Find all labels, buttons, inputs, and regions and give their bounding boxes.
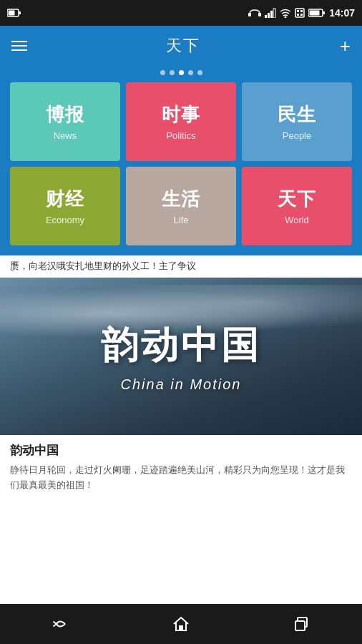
wifi-icon bbox=[280, 8, 291, 18]
home-icon bbox=[172, 615, 190, 633]
svg-rect-14 bbox=[300, 14, 303, 16]
news-description: 静待日月轮回，走过灯火阑珊，足迹踏遍绝美山河，精彩只为向您呈现！这才是我们最真最… bbox=[10, 463, 352, 493]
svg-rect-2 bbox=[9, 11, 15, 16]
category-section: 博报 News 时事 Politics 民生 People 财经 Economy… bbox=[0, 66, 362, 255]
svg-rect-18 bbox=[179, 625, 183, 630]
home-button[interactable] bbox=[163, 606, 199, 642]
news-text-block: 韵动中国 静待日月轮回，走过灯火阑珊，足迹踏遍绝美山河，精彩只为向您呈现！这才是… bbox=[0, 435, 362, 500]
svg-rect-12 bbox=[300, 10, 303, 12]
category-politics[interactable]: 时事 Politics bbox=[126, 82, 236, 161]
svg-rect-7 bbox=[270, 11, 273, 18]
category-economy[interactable]: 财经 Economy bbox=[10, 167, 120, 245]
svg-rect-6 bbox=[268, 13, 270, 18]
news-image: 韵动中国 China in Motion bbox=[0, 278, 362, 435]
svg-rect-3 bbox=[248, 13, 251, 16]
time-display: 14:07 bbox=[329, 7, 355, 19]
status-left bbox=[7, 8, 21, 18]
svg-rect-11 bbox=[297, 10, 299, 12]
news-image-en-text: China in Motion bbox=[121, 376, 242, 393]
svg-rect-13 bbox=[297, 14, 299, 16]
svg-rect-16 bbox=[323, 11, 325, 14]
dot-5 bbox=[197, 70, 202, 75]
category-life-cn: 生活 bbox=[162, 187, 200, 212]
category-politics-en: Politics bbox=[166, 130, 195, 141]
svg-rect-17 bbox=[310, 11, 320, 16]
category-people-cn: 民生 bbox=[278, 102, 316, 127]
svg-rect-1 bbox=[19, 11, 21, 14]
app-title: 天下 bbox=[166, 35, 200, 57]
svg-rect-4 bbox=[258, 13, 261, 16]
news-image-overlay: 韵动中国 China in Motion bbox=[0, 278, 362, 435]
page-indicator bbox=[10, 70, 352, 75]
news-image-cn-text: 韵动中国 bbox=[101, 321, 261, 371]
category-news-en: News bbox=[54, 130, 77, 141]
svg-rect-20 bbox=[295, 621, 305, 630]
back-button[interactable] bbox=[42, 606, 78, 642]
svg-rect-10 bbox=[295, 9, 304, 17]
category-people[interactable]: 民生 People bbox=[242, 82, 352, 161]
bottom-nav bbox=[0, 604, 362, 644]
recent-apps-button[interactable] bbox=[284, 606, 320, 642]
headphones-icon bbox=[248, 8, 261, 18]
battery-icon bbox=[308, 8, 326, 18]
menu-line-3 bbox=[11, 49, 27, 51]
signal-icon bbox=[265, 8, 276, 18]
menu-line-1 bbox=[11, 41, 27, 42]
category-economy-en: Economy bbox=[46, 215, 84, 225]
svg-rect-5 bbox=[265, 15, 267, 18]
menu-button[interactable] bbox=[11, 41, 27, 51]
category-politics-cn: 时事 bbox=[162, 102, 200, 127]
sim-icon bbox=[295, 8, 305, 18]
category-grid: 博报 News 时事 Politics 民生 People 财经 Economy… bbox=[10, 82, 352, 245]
category-world[interactable]: 天下 World bbox=[242, 167, 352, 245]
dot-1 bbox=[160, 70, 165, 75]
category-world-en: World bbox=[285, 215, 309, 225]
dot-4 bbox=[188, 70, 193, 75]
svg-rect-8 bbox=[273, 9, 275, 18]
status-right: 14:07 bbox=[248, 7, 355, 19]
category-economy-cn: 财经 bbox=[46, 187, 84, 212]
category-world-cn: 天下 bbox=[278, 187, 316, 212]
back-icon bbox=[51, 615, 69, 633]
news-title: 韵动中国 bbox=[10, 442, 352, 459]
partial-text-row: 赝，向老汉哦安扎地里财的孙义工！主了争议 bbox=[0, 255, 362, 278]
category-life-en: Life bbox=[174, 215, 189, 225]
dot-2 bbox=[170, 70, 175, 75]
add-button[interactable]: + bbox=[340, 35, 351, 57]
category-news[interactable]: 博报 News bbox=[10, 82, 120, 161]
category-people-en: People bbox=[283, 130, 311, 141]
recent-icon bbox=[293, 615, 311, 633]
status-bar: 14:07 bbox=[0, 0, 362, 26]
battery-status-icon bbox=[7, 8, 21, 18]
dot-3 bbox=[179, 70, 184, 75]
content-area: 赝，向老汉哦安扎地里财的孙义工！主了争议 韵动中国 China in Motio… bbox=[0, 255, 362, 500]
category-news-cn: 博报 bbox=[46, 102, 84, 127]
category-life[interactable]: 生活 Life bbox=[126, 167, 236, 245]
menu-line-2 bbox=[11, 45, 27, 47]
svg-point-9 bbox=[285, 16, 287, 19]
app-header: 天下 + bbox=[0, 26, 362, 66]
news-item-china-motion[interactable]: 韵动中国 China in Motion 韵动中国 静待日月轮回，走过灯火阑珊，… bbox=[0, 278, 362, 500]
